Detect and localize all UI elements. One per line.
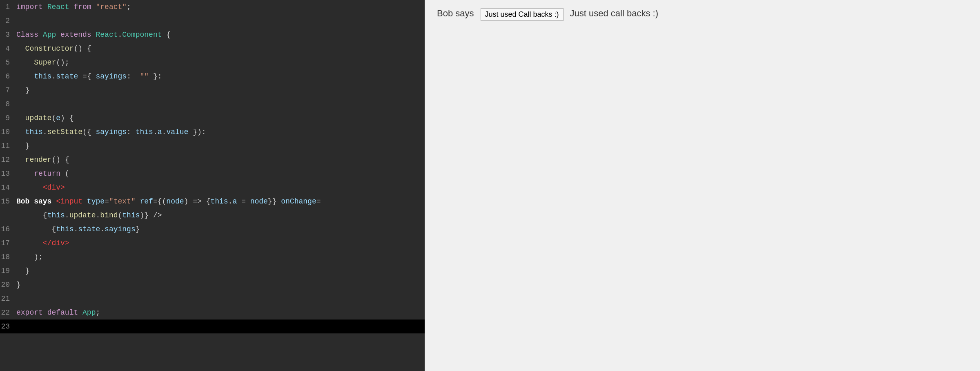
code-line-4: 4 Constructor() { — [0, 42, 425, 56]
line-number-9: 9 — [0, 114, 16, 122]
code-line-3: 3 Class App extends React.Component { — [0, 28, 425, 42]
code-content-11: } — [16, 142, 29, 150]
code-content-12: render() { — [16, 156, 69, 164]
code-line-6: 6 this.state ={ sayings: "" }: — [0, 69, 425, 83]
line-number-14: 14 — [0, 183, 16, 192]
code-content-8 — [16, 100, 21, 108]
code-line-10: 10 this.setState({ sayings: this.a.value… — [0, 125, 425, 139]
code-content-10: this.setState({ sayings: this.a.value })… — [16, 128, 206, 136]
code-line-14: 14 <div> — [0, 181, 425, 194]
line-number-18: 18 — [0, 253, 16, 261]
code-line-2: 2 — [0, 14, 425, 28]
code-line-18: 18 ); — [0, 250, 425, 264]
line-number-17: 17 — [0, 239, 16, 247]
code-line-23: 23 — [0, 320, 425, 333]
code-line-15b: {this.update.bind(this)} /> — [0, 208, 425, 222]
code-content-7: } — [16, 86, 29, 94]
line-number-16: 16 — [0, 225, 16, 233]
code-lines: 1 import React from "react"; 2 3 Class A… — [0, 0, 425, 371]
code-line-17: 17 </div> — [0, 236, 425, 250]
line-number-23: 23 — [0, 322, 16, 331]
code-line-1: 1 import React from "react"; — [0, 0, 425, 14]
code-content-4: Constructor() { — [16, 45, 91, 53]
code-content-16: {this.state.sayings} — [16, 225, 140, 233]
code-line-5: 5 Super(); — [0, 56, 425, 69]
code-content-20: } — [16, 281, 21, 289]
code-content-9: update(e) { — [16, 114, 74, 122]
code-content-18: ); — [16, 253, 43, 261]
line-number-12: 12 — [0, 156, 16, 164]
code-line-12: 12 render() { — [0, 153, 425, 167]
line-number-21: 21 — [0, 295, 16, 303]
code-line-13: 13 return ( — [0, 167, 425, 181]
code-line-19: 19 } — [0, 264, 425, 278]
line-number-19: 19 — [0, 267, 16, 275]
code-content-6: this.state ={ sayings: "" }: — [16, 72, 162, 80]
code-content-3: Class App extends React.Component { — [16, 31, 171, 39]
line-number-11: 11 — [0, 142, 16, 150]
line-number-15: 15 — [0, 197, 16, 206]
code-content-15: Bob says <input type="text" ref={(node) … — [16, 197, 321, 206]
code-line-9: 9 update(e) { — [0, 111, 425, 125]
code-content-22: export default App; — [16, 308, 100, 317]
line-number-2: 2 — [0, 17, 16, 25]
code-content-23 — [16, 322, 21, 331]
code-content-2 — [16, 17, 21, 25]
code-line-16: 16 {this.state.sayings} — [0, 222, 425, 236]
callback-button[interactable]: Just used Call backs :) — [481, 8, 564, 21]
bob-says-label: Bob says — [437, 8, 474, 19]
line-number-10: 10 — [0, 128, 16, 136]
callback-output: Just used call backs :) — [570, 8, 658, 19]
code-content-15b: {this.update.bind(this)} /> — [16, 211, 162, 219]
code-line-7: 7 } — [0, 83, 425, 97]
code-line-22: 22 export default App; — [0, 306, 425, 320]
code-content-14: <div> — [16, 183, 65, 192]
preview-panel: Bob says Just used Call backs :) Just us… — [425, 0, 980, 371]
code-line-20: 20 } — [0, 278, 425, 292]
code-editor-panel: 1 import React from "react"; 2 3 Class A… — [0, 0, 425, 371]
code-content-21 — [16, 295, 21, 303]
code-content-19: } — [16, 267, 29, 275]
line-number-5: 5 — [0, 58, 16, 67]
line-number-1: 1 — [0, 3, 16, 11]
line-number-3: 3 — [0, 31, 16, 39]
line-number-22: 22 — [0, 308, 16, 317]
code-line-11: 11 } — [0, 139, 425, 153]
line-number-6: 6 — [0, 72, 16, 80]
code-content-13: return ( — [16, 170, 69, 178]
line-number-20: 20 — [0, 281, 16, 289]
code-content-17: </div> — [16, 239, 69, 247]
code-line-8: 8 — [0, 97, 425, 111]
line-number-13: 13 — [0, 170, 16, 178]
line-number-4: 4 — [0, 45, 16, 53]
code-content-1: import React from "react"; — [16, 3, 131, 11]
code-line-15: 15 Bob says <input type="text" ref={(nod… — [0, 194, 425, 208]
line-number-8: 8 — [0, 100, 16, 108]
code-line-21: 21 — [0, 292, 425, 306]
line-number-7: 7 — [0, 86, 16, 94]
code-content-5: Super(); — [16, 58, 69, 67]
